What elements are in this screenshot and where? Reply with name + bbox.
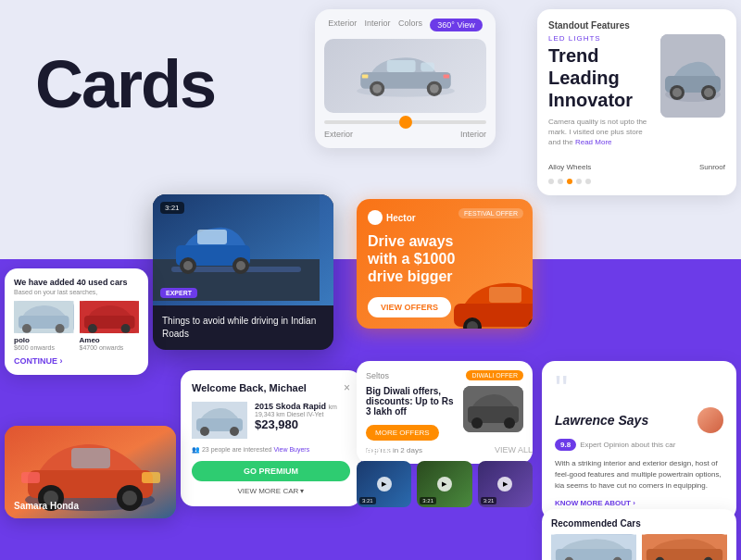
video-thumb-2[interactable]: ▶ 3:21 [417, 461, 471, 507]
continue-button[interactable]: CONTINUE › [14, 356, 139, 366]
slider-row [324, 120, 486, 124]
svg-point-40 [504, 417, 515, 429]
tab-colors[interactable]: Colors [398, 19, 422, 31]
michael-car-thumbnail [192, 402, 247, 439]
viewer-tabs: Exterior Interior Colors 360° View [324, 19, 486, 31]
used-car-2-name: Ameo [80, 336, 140, 344]
slider-thumb[interactable] [399, 116, 412, 129]
michael-title: Welcome Back, Michael [192, 382, 307, 393]
used-car-2: Ameo $4700 onwards [80, 301, 140, 351]
svg-rect-56 [71, 448, 110, 468]
festival-badge: FESTIVAL OFFER [458, 208, 523, 218]
trend-title: Trend Leading Innovator [548, 44, 655, 111]
view-buyers-link[interactable]: View Buyers [273, 446, 309, 453]
svg-point-5 [430, 84, 439, 93]
led-label: LED LIGHTS [548, 34, 655, 43]
rec-car-2 [642, 534, 727, 560]
used-car-1: polo $600 onwards [14, 301, 74, 351]
go-premium-button[interactable]: GO PREMIUM [192, 461, 350, 481]
video-background[interactable]: 3:21 ▶ EXPERT [153, 194, 333, 305]
video-time-badge: 3:21 [160, 202, 184, 214]
svg-point-39 [471, 417, 483, 429]
standout-label: Standout Features [548, 20, 725, 31]
seltos-header: Seltos DIWALI OFFER [366, 370, 523, 380]
michael-car-info: 2015 Skoda Rapid km 19,343 km Diesel IV-… [192, 402, 350, 439]
used-cars-title: We have added 40 used cars [14, 278, 139, 287]
diwali-badge: DIWALI OFFER [466, 370, 523, 380]
recommended-row [551, 534, 727, 560]
play-icon-1[interactable]: ▶ [377, 477, 392, 492]
svg-rect-58 [21, 472, 40, 483]
hector-brand-name: Hector [386, 213, 416, 223]
used-car-2-image [80, 301, 140, 333]
used-cars-list: polo $600 onwards Ameo $4700 onwards [14, 301, 139, 351]
bottom-car-card: Samara Honda [5, 426, 176, 518]
svg-point-48 [120, 324, 130, 333]
used-cars-subtitle: Based on your last searches, [14, 289, 139, 295]
dot-4 [576, 179, 582, 184]
dot-1 [548, 179, 554, 184]
video-time-2: 3:21 [420, 497, 436, 504]
svg-point-55 [122, 491, 137, 505]
svg-rect-32 [489, 287, 521, 303]
trend-card: Standout Features LED LIGHTS Trend Leadi… [537, 9, 736, 195]
tab-interior[interactable]: Interior [365, 19, 391, 31]
label-exterior: Exterior [324, 130, 353, 139]
michael-interested: 👥 23 people are interested View Buyers [192, 446, 350, 454]
svg-point-36 [230, 427, 239, 436]
dot-3-active [567, 179, 572, 184]
michael-car-price: $23,980 [255, 417, 350, 431]
score-badge: 9.8 [555, 439, 576, 451]
play-icon-3[interactable]: ▶ [497, 477, 512, 492]
view-offers-button[interactable]: VIEW OFFERS [368, 297, 451, 317]
svg-point-44 [56, 324, 65, 333]
svg-rect-57 [142, 472, 160, 483]
view-more-cars[interactable]: VIEW MORE CAR ▾ [192, 487, 350, 495]
video-time-3: 3:21 [481, 497, 497, 504]
svg-point-25 [236, 261, 245, 270]
recommended-title: Recommended Cars [551, 518, 727, 529]
michael-card: Welcome Back, Michael × 2015 Skoda Rapid… [181, 370, 361, 506]
bottom-car-label: Samara Honda [14, 501, 79, 511]
tab-360[interactable]: 360° View [430, 19, 482, 31]
svg-rect-21 [197, 230, 227, 244]
svg-point-47 [87, 324, 96, 333]
feature-alloy: Alloy Wheels [548, 163, 591, 171]
michael-close-button[interactable]: × [344, 381, 350, 394]
michael-car-meta: 19,343 km Diesel IV-Yet [255, 411, 350, 417]
slider-track[interactable] [324, 120, 486, 124]
used-car-1-price: $600 onwards [14, 344, 74, 351]
dot-5 [585, 179, 591, 184]
video-thumb-3[interactable]: ▶ 3:21 [478, 461, 533, 507]
hector-brand-icon [368, 210, 383, 225]
used-cars-card: We have added 40 used cars Based on your… [5, 268, 148, 375]
trend-desc: Camera quality is not upto the mark. I v… [548, 117, 655, 148]
rec-car-1 [551, 534, 636, 560]
video-time-1: 3:21 [359, 497, 376, 504]
lawrence-expert-row: 9.8 Expert Opinion about this car [555, 439, 723, 451]
quote-mark: " [555, 374, 723, 404]
dot-2 [558, 179, 563, 184]
michael-car-details: 2015 Skoda Rapid km 19,343 km Diesel IV-… [255, 402, 350, 439]
car-viewer-card: Exterior Interior Colors 360° View Exter… [315, 9, 496, 148]
tab-exterior[interactable]: Exterior [328, 19, 357, 31]
recommended-cars-card: Recommended Cars [542, 509, 736, 560]
videos-title: Videos [357, 444, 390, 455]
know-more-link[interactable]: KNOW MORE ABOUT › [555, 499, 723, 507]
video-thumb-1[interactable]: ▶ 3:21 [357, 461, 411, 507]
dots-row [548, 179, 725, 184]
play-icon-2[interactable]: ▶ [437, 477, 452, 492]
svg-point-43 [22, 324, 31, 333]
more-offers-button[interactable]: MORE OFFERS [366, 425, 439, 441]
svg-point-3 [372, 84, 382, 93]
svg-rect-6 [386, 60, 415, 72]
lawrence-author-name: Lawrence Says [555, 413, 648, 428]
video-description: Things to avoid while driving in Indian … [153, 305, 333, 350]
read-more-link[interactable]: Read More [575, 138, 612, 146]
video-card: 3:21 ▶ EXPERT Things to avoid while driv… [153, 194, 333, 350]
view-all-link[interactable]: VIEW ALL [495, 445, 533, 454]
lawrence-card: " Lawrence Says 9.8 Expert Opinion about… [542, 361, 736, 520]
used-car-2-price: $4700 onwards [80, 344, 140, 351]
michael-header: Welcome Back, Michael × [192, 381, 350, 394]
lawrence-author-row: Lawrence Says [555, 407, 723, 433]
